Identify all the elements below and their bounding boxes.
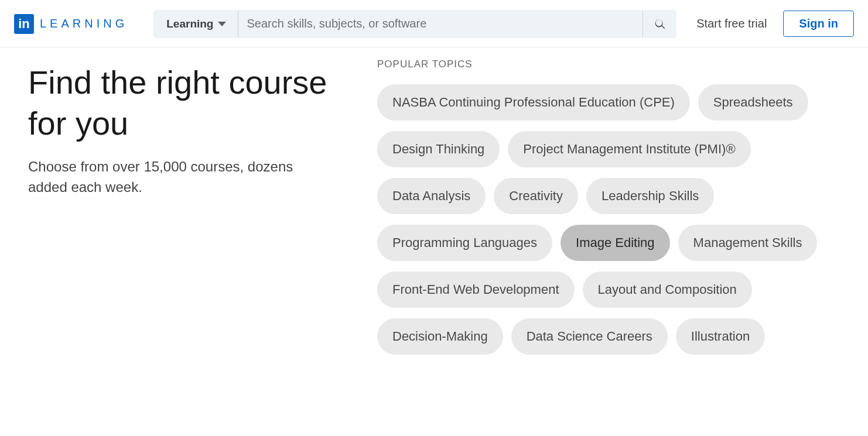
search-button[interactable] — [643, 10, 676, 38]
global-nav: in LEARNING Learning Start free trial Si… — [0, 0, 868, 48]
logo-link[interactable]: in LEARNING — [14, 14, 128, 34]
search-icon — [654, 18, 667, 30]
sign-in-button[interactable]: Sign in — [783, 11, 854, 37]
topic-pill[interactable]: Data Science Careers — [511, 318, 668, 355]
topic-pill[interactable]: Management Skills — [678, 225, 818, 261]
nav-right: Start free trial Sign in — [696, 11, 854, 37]
search-input[interactable] — [238, 10, 643, 38]
topic-pill[interactable]: Illustration — [676, 318, 765, 355]
linkedin-logo-icon: in — [14, 14, 34, 34]
topic-pill[interactable]: Programming Languages — [377, 225, 552, 261]
main-content: Find the right course for you Choose fro… — [0, 48, 868, 355]
page-subtitle: Choose from over 15,000 courses, dozens … — [28, 157, 309, 198]
search-field — [238, 10, 643, 38]
search-scope-dropdown[interactable]: Learning — [153, 10, 238, 38]
topic-pill[interactable]: Project Management Institute (PMI)® — [508, 131, 750, 167]
topic-pill[interactable]: Image Editing — [561, 225, 670, 261]
topic-pill[interactable]: Creativity — [494, 178, 578, 214]
topics-heading: POPULAR TOPICS — [377, 59, 840, 70]
start-free-trial-link[interactable]: Start free trial — [696, 17, 767, 30]
topic-pill[interactable]: NASBA Continuing Professional Education … — [377, 84, 690, 121]
search-group: Learning — [153, 10, 676, 38]
hero-section: Find the right course for you Choose fro… — [28, 54, 356, 355]
popular-topics-section: POPULAR TOPICS NASBA Continuing Professi… — [356, 54, 840, 355]
topic-pill[interactable]: Layout and Composition — [583, 272, 752, 308]
chevron-down-icon — [218, 22, 226, 26]
topic-pill[interactable]: Data Analysis — [377, 178, 486, 214]
page-title: Find the right course for you — [28, 62, 356, 144]
topics-pill-list: NASBA Continuing Professional Education … — [377, 84, 840, 355]
topic-pill[interactable]: Front-End Web Development — [377, 272, 575, 308]
topic-pill[interactable]: Spreadsheets — [698, 84, 808, 121]
topic-pill[interactable]: Leadership Skills — [586, 178, 714, 214]
topic-pill[interactable]: Design Thinking — [377, 131, 500, 167]
search-scope-label: Learning — [166, 18, 213, 30]
logo-text: LEARNING — [40, 17, 128, 30]
topic-pill[interactable]: Decision-Making — [377, 318, 503, 355]
